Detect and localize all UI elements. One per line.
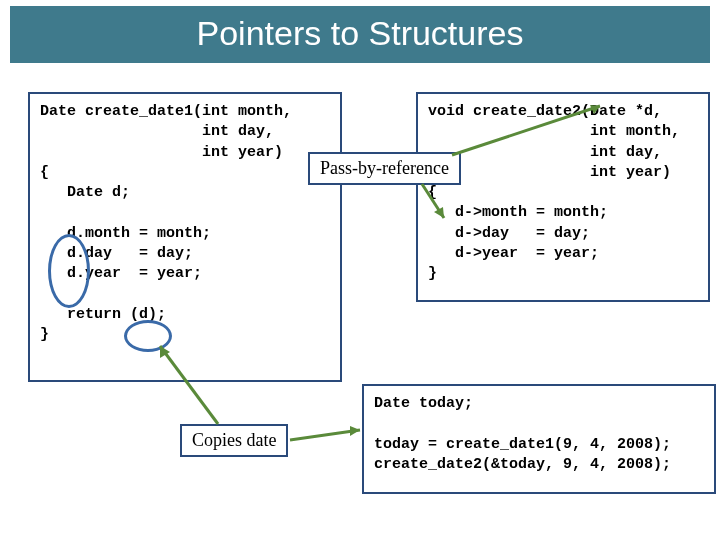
- label-copies-date: Copies date: [180, 424, 288, 457]
- svg-marker-7: [350, 426, 360, 436]
- code-right-top: void create_date2(Date *d, int month, in…: [416, 92, 710, 302]
- svg-line-6: [290, 430, 360, 440]
- ellipse-return-d: [124, 320, 172, 352]
- label-pass-by-reference: Pass-by-reference: [308, 152, 461, 185]
- slide-title: Pointers to Structures: [10, 6, 710, 63]
- code-right-bottom: Date today; today = create_date1(9, 4, 2…: [362, 384, 716, 494]
- ellipse-dot-notation: [48, 234, 90, 308]
